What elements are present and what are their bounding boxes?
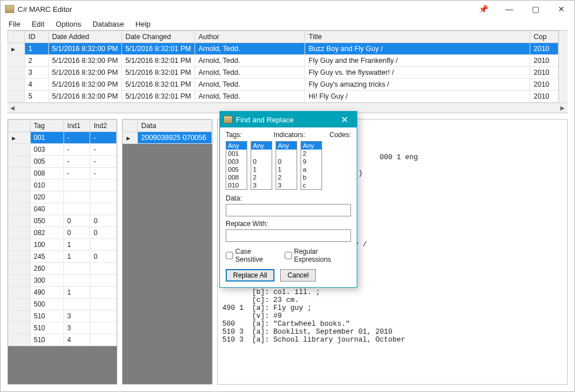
tags-pane[interactable]: TagInd1Ind2 001--003--005--008--01002004…	[7, 119, 117, 385]
listbox-option[interactable]: Any	[301, 142, 322, 150]
menu-database[interactable]: Database	[87, 19, 130, 29]
menu-help[interactable]: Help	[130, 19, 157, 29]
listbox-option[interactable]: Any	[251, 142, 272, 150]
listbox-option[interactable]: c	[301, 181, 322, 189]
replace-all-button[interactable]: Replace All	[226, 269, 274, 282]
listbox-option[interactable]: 010	[226, 181, 247, 189]
menu-options[interactable]: Options	[50, 19, 87, 29]
listbox-option[interactable]: b	[301, 173, 322, 181]
label-replace: Replace With:	[226, 220, 351, 228]
dialog-titlebar[interactable]: Find and Replace ✕	[220, 112, 357, 127]
titlebar: C# MARC Editor 📌 ― ▢ ✕	[1, 1, 574, 18]
listbox-option[interactable]: 020	[226, 189, 247, 190]
tag-row[interactable]: 008--	[9, 168, 117, 180]
scroll-right-icon[interactable]: ▶	[557, 105, 568, 111]
listbox-option[interactable]: 005	[226, 165, 247, 173]
label-codes: Codes:	[323, 131, 351, 139]
find-replace-dialog: Find and Replace ✕ Tags: Indicators: Cod…	[219, 111, 357, 288]
records-grid[interactable]: IDDate AddedDate ChangedAuthorTitleCop 1…	[7, 31, 559, 103]
listbox-option[interactable]: 3	[251, 181, 272, 189]
tag-row[interactable]: 005--	[9, 156, 117, 168]
tag-row[interactable]: 05000	[9, 215, 117, 227]
listbox-option[interactable]: 9	[301, 157, 322, 165]
listbox-option[interactable]: 3	[276, 181, 297, 189]
col-Author[interactable]: Author	[195, 31, 305, 43]
menu-file[interactable]: File	[3, 19, 26, 29]
tag-row[interactable]: 24510	[9, 251, 117, 263]
col-Title[interactable]: Title	[305, 31, 530, 43]
maximize-button[interactable]: ▢	[522, 1, 548, 18]
tag-row[interactable]: 5104	[9, 334, 117, 346]
replace-input[interactable]	[226, 229, 351, 242]
app-title: C# MARC Editor	[18, 5, 72, 14]
tag-row[interactable]: 1001	[9, 239, 117, 251]
tag-row[interactable]: 4901	[9, 287, 117, 299]
listbox-option[interactable]: 003	[226, 157, 247, 165]
label-indicators: Indicators:	[256, 131, 323, 139]
col-Cop[interactable]: Cop	[530, 31, 559, 43]
listbox-option[interactable]: Any	[276, 142, 297, 150]
listbox-option[interactable]: Any	[226, 142, 247, 150]
tag-row[interactable]: 5103	[9, 310, 117, 322]
tags-listbox[interactable]: Any001003005008010020	[226, 141, 247, 190]
listbox-option[interactable]: 0	[276, 157, 297, 165]
listbox-option[interactable]	[276, 150, 297, 157]
listbox-option[interactable]: d	[301, 189, 322, 190]
dialog-icon	[223, 116, 232, 123]
listbox-option[interactable]: 0	[251, 157, 272, 165]
scroll-left-icon[interactable]: ◀	[7, 105, 18, 111]
listbox-option[interactable]: 001	[226, 150, 247, 157]
listbox-option[interactable]	[251, 150, 272, 157]
tag-row[interactable]: 08200	[9, 227, 117, 239]
listbox-option[interactable]: 2	[276, 173, 297, 181]
col-ID[interactable]: ID	[24, 31, 48, 43]
tag-row[interactable]: 300	[9, 275, 117, 287]
listbox-option[interactable]: a	[301, 165, 322, 173]
table-row[interactable]: 45/1/2016 8:32:00 PM5/1/2016 8:32:01 PMA…	[8, 79, 559, 91]
label-tags: Tags:	[226, 131, 256, 139]
fielddata-pane[interactable]: Data 2009038925 070056	[122, 119, 213, 385]
menubar: FileEditOptionsDatabaseHelp	[1, 18, 574, 30]
tag-row[interactable]: 260	[9, 263, 117, 275]
cancel-button[interactable]: Cancel	[280, 269, 316, 282]
tag-row[interactable]: 003--	[9, 144, 117, 156]
minimize-button[interactable]: ―	[496, 1, 522, 18]
app-window: C# MARC Editor 📌 ― ▢ ✕ FileEditOptionsDa…	[0, 0, 575, 392]
col-Date Added[interactable]: Date Added	[48, 31, 121, 43]
records-pane: IDDate AddedDate ChangedAuthorTitleCop 1…	[7, 30, 568, 113]
records-vscrollbar[interactable]	[559, 31, 568, 103]
listbox-option[interactable]: 1	[251, 165, 272, 173]
col-rowhdr[interactable]	[8, 31, 25, 43]
table-row[interactable]: 15/1/2016 8:32:00 PM5/1/2016 8:32:01 PMA…	[8, 43, 559, 55]
dialog-close-button[interactable]: ✕	[335, 114, 353, 125]
pin-icon[interactable]: 📌	[470, 1, 496, 18]
data-input[interactable]	[226, 204, 351, 216]
col-Date Changed[interactable]: Date Changed	[121, 31, 195, 43]
data-row[interactable]: 2009038925 070056	[123, 132, 212, 144]
regex-checkbox[interactable]: Regular Expressions	[285, 248, 352, 263]
case-sensitive-checkbox[interactable]: Case Sensitive	[226, 248, 277, 263]
table-row[interactable]: 35/1/2016 8:32:00 PM5/1/2016 8:32:01 PMA…	[8, 67, 559, 79]
app-icon	[5, 5, 14, 13]
dialog-title: Find and Replace	[236, 116, 294, 124]
listbox-option[interactable]: 4	[276, 189, 297, 190]
tag-row[interactable]: 040	[9, 203, 117, 215]
tag-row[interactable]: 500	[9, 299, 117, 310]
tag-row[interactable]: 5103	[9, 322, 117, 334]
listbox-option[interactable]: 1	[276, 165, 297, 173]
listbox-option[interactable]: 2	[251, 173, 272, 181]
tag-row[interactable]: 020	[9, 191, 117, 203]
tag-row[interactable]: 010	[9, 180, 117, 191]
tag-row[interactable]: 001--	[9, 132, 117, 144]
menu-edit[interactable]: Edit	[26, 19, 50, 29]
listbox-option[interactable]: 008	[226, 173, 247, 181]
close-button[interactable]: ✕	[548, 1, 574, 18]
listbox-option[interactable]: 4	[251, 189, 272, 190]
label-data: Data:	[226, 194, 351, 202]
listbox-option[interactable]: 2	[301, 150, 322, 157]
table-row[interactable]: 25/1/2016 8:32:00 PM5/1/2016 8:32:01 PMA…	[8, 55, 559, 67]
table-row[interactable]: 55/1/2016 8:32:00 PM5/1/2016 8:32:01 PMA…	[8, 91, 559, 103]
ind1-listbox[interactable]: Any01234	[251, 141, 272, 190]
ind2-listbox[interactable]: Any01234	[276, 141, 297, 190]
codes-listbox[interactable]: Any29abcd	[301, 141, 322, 190]
